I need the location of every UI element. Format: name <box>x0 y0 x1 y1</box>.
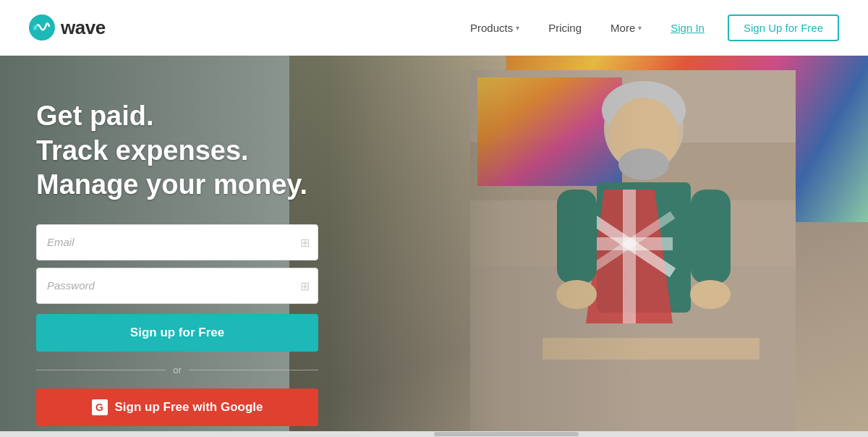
nav-signup-button[interactable]: Sign Up for Free <box>728 14 839 41</box>
hero-title-line3: Manage your money. <box>36 169 307 200</box>
divider-line-left <box>36 370 166 370</box>
hero-title-line1: Get paid. <box>36 101 154 131</box>
logo[interactable]: wave <box>29 14 106 41</box>
chevron-down-icon: ▾ <box>516 24 519 32</box>
password-icon: ⊞ <box>300 279 310 292</box>
wave-logo-icon <box>29 14 55 41</box>
scroll-thumb[interactable] <box>434 432 579 436</box>
hero-section: Get paid. Track expenses. Manage your mo… <box>0 56 868 437</box>
nav-pricing-label: Pricing <box>548 22 582 34</box>
google-signup-button[interactable]: G Sign up Free with Google <box>36 389 318 426</box>
nav-more[interactable]: More ▾ <box>599 16 653 40</box>
divider-line-right <box>189 370 318 370</box>
hero-title: Get paid. Track expenses. Manage your mo… <box>36 99 362 203</box>
email-field-wrap: ⊞ <box>36 224 318 260</box>
password-input[interactable] <box>36 268 318 304</box>
main-nav: Products ▾ Pricing More ▾ Sign In Sign U… <box>459 14 839 41</box>
svg-point-1 <box>33 25 38 30</box>
logo-text: wave <box>61 17 106 39</box>
nav-products-label: Products <box>470 22 513 34</box>
email-input[interactable] <box>36 224 318 260</box>
header: wave Products ▾ Pricing More ▾ Sign In S… <box>0 0 868 56</box>
hero-title-line2: Track expenses. <box>36 135 249 166</box>
scrollbar[interactable] <box>0 431 868 437</box>
google-icon: G <box>92 399 108 415</box>
nav-products[interactable]: Products ▾ <box>459 16 531 40</box>
chevron-down-icon-more: ▾ <box>638 24 642 32</box>
or-divider: or <box>36 365 318 376</box>
password-field-wrap: ⊞ <box>36 268 318 304</box>
hero-content: Get paid. Track expenses. Manage your mo… <box>0 56 362 437</box>
nav-more-label: More <box>610 22 635 34</box>
signup-free-button[interactable]: Sign up for Free <box>36 314 318 352</box>
signup-form: ⊞ ⊞ Sign up for Free or G Sign up Free w… <box>36 224 318 438</box>
divider-text: or <box>173 365 182 376</box>
email-icon: ⊞ <box>300 235 310 249</box>
nav-pricing[interactable]: Pricing <box>537 16 593 40</box>
google-signup-label: Sign up Free with Google <box>115 400 263 415</box>
signin-link[interactable]: Sign In <box>659 16 716 40</box>
